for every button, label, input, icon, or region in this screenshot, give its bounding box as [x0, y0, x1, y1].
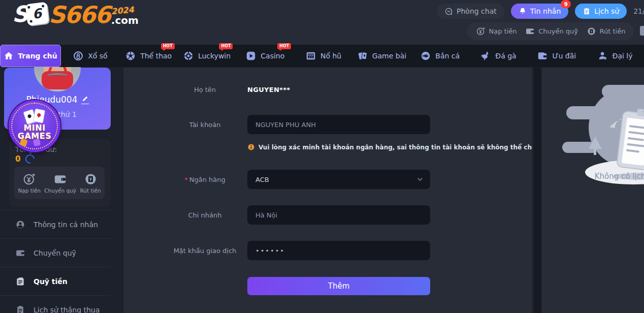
chat-room-button[interactable]: Phòng chat	[437, 4, 504, 19]
messages-count-badge: 9	[561, 0, 571, 8]
refresh-balance-icon[interactable]	[24, 152, 37, 165]
rooster-icon	[480, 50, 491, 61]
transfer-label: Chuyển quỹ	[538, 27, 578, 35]
clipped-edge-icon[interactable]	[640, 26, 644, 36]
quick-transfer-button[interactable]: Chuyển quỹ	[44, 172, 76, 194]
lottery-icon	[73, 50, 84, 61]
nav-item-label: Game bài	[372, 52, 406, 60]
nav-item-slots[interactable]: Nổ hũ	[294, 45, 352, 67]
header-actions: Phòng chat Tin nhắn 9 Lịch sử 21/05/202	[437, 4, 644, 19]
nav-item-cards[interactable]: Game bài	[352, 45, 411, 67]
coin-deposit-icon	[22, 172, 36, 186]
chip-icon	[183, 50, 194, 61]
chevron-down-icon	[416, 175, 424, 183]
messages-label: Tin nhắn	[530, 7, 561, 15]
verification-note: Vui lòng xác minh tài khoản ngân hàng, s…	[247, 143, 532, 151]
branch-label: Chi nhánh	[163, 211, 247, 219]
withdraw-label: Rút tiền	[600, 27, 626, 35]
nav-item-home[interactable]: Trang chủ	[0, 45, 61, 67]
dice-icon	[20, 139, 28, 147]
nav-item-label: Ưu đãi	[552, 52, 576, 60]
nav-item-luckywin[interactable]: LuckywinHOT	[178, 45, 236, 67]
wallet-icon	[53, 172, 67, 186]
bell-icon	[519, 7, 527, 15]
sidebar-item-funds[interactable]: Quỹ tiền	[0, 267, 111, 295]
site-logo[interactable]: S 6 S666 2024 .com	[12, 3, 139, 25]
edit-username-icon[interactable]	[81, 95, 89, 104]
chat-room-label: Phòng chat	[457, 7, 497, 15]
home-icon	[4, 51, 14, 61]
quick-action-label: Chuyển quỹ	[44, 187, 76, 194]
account-input[interactable]	[247, 115, 430, 134]
nav-item-fishing[interactable]: Bắn cá	[411, 45, 469, 67]
quick-actions-card: Nạp tiềnChuyển quỹRút tiền	[14, 167, 105, 199]
hot-badge: HOT	[219, 43, 233, 49]
sidebar-menu: Thông tin cá nhânChuyển quỹQuỹ tiềnLịch …	[0, 210, 111, 313]
agent-icon	[597, 50, 608, 61]
bank-label: *Ngân hàng	[163, 176, 247, 183]
bank-select[interactable]: ACB	[247, 170, 430, 189]
bank-select-value: ACB	[255, 176, 269, 183]
nav-item-label: Xổ số	[88, 52, 107, 60]
nav-item-lottery[interactable]: Xổ số	[61, 45, 119, 67]
sidebar-item-transfer-funds[interactable]: Chuyển quỹ	[0, 238, 111, 267]
transfer-button[interactable]: Chuyển quỹ	[525, 26, 578, 36]
nav-item-promotions[interactable]: Ưu đãi	[527, 45, 586, 67]
sidebar-item-win-loss-history[interactable]: Lịch sử thắng thua	[0, 295, 111, 313]
nav-item-label: Bắn cá	[435, 52, 460, 60]
withdraw-button[interactable]: Rút tiền	[587, 26, 626, 36]
hot-badge: HOT	[161, 43, 175, 49]
wallet-icon	[15, 248, 25, 258]
transaction-password-input[interactable]	[247, 241, 430, 260]
clipboard-icon	[583, 7, 591, 15]
messages-button[interactable]: Tin nhắn 9	[511, 4, 569, 19]
logo-tld: .com	[111, 15, 139, 25]
casino-icon	[245, 50, 256, 61]
info-icon	[247, 143, 255, 151]
history-icon	[15, 305, 25, 313]
dice-icon: 6	[25, 2, 49, 26]
playing-cards-icon	[21, 112, 48, 123]
mini-games-badge[interactable]: MINI GAMES	[9, 100, 60, 152]
fullname-value: NGUYEN***	[247, 86, 290, 93]
dice-icon	[33, 139, 41, 146]
nav-item-agent[interactable]: Đại lý	[586, 45, 644, 67]
nav-item-cockfight[interactable]: Đá gà	[469, 45, 528, 67]
user-icon	[15, 220, 25, 230]
branch-input[interactable]	[247, 205, 430, 225]
nav-item-label: Đại lý	[613, 52, 633, 60]
required-mark: *	[184, 176, 188, 183]
fullname-label: Họ tên	[163, 86, 247, 93]
quick-action-label: Rút tiền	[80, 187, 101, 194]
deposit-button[interactable]: Nạp tiền	[476, 26, 517, 36]
coin-deposit-icon	[476, 26, 486, 36]
atm-withdraw-icon	[84, 172, 98, 186]
slots-icon	[305, 50, 316, 61]
nav-item-label: Thể thao	[140, 52, 172, 60]
history-button[interactable]: Lịch sử	[575, 4, 627, 19]
sidebar-item-label: Chuyển quỹ	[34, 249, 76, 257]
add-bank-button[interactable]: Thêm	[247, 277, 430, 295]
sidebar-item-label: Lịch sử thắng thua	[34, 306, 100, 313]
hot-badge: HOT	[277, 43, 291, 49]
bank-account-form-panel: Họ tên NGUYEN*** Tài khoản Vui lòng xác …	[123, 68, 532, 313]
nav-item-sports[interactable]: Thể thaoHOT	[119, 45, 178, 67]
sidebar-item-personal-info[interactable]: Thông tin cá nhân	[0, 210, 111, 238]
fish-icon	[420, 50, 431, 61]
main-navigation: Trang chủXổ sốThể thaoHOTLuckywinHOTCasi…	[0, 45, 644, 67]
cards-icon	[357, 50, 368, 61]
transaction-password-label: Mật khẩu giao dịch	[163, 247, 247, 255]
history-label: Lịch sử	[594, 7, 619, 15]
nav-item-label: Luckywin	[198, 52, 231, 60]
sidebar-item-label: Quỹ tiền	[34, 277, 68, 286]
quick-deposit-button[interactable]: Nạp tiền	[18, 172, 40, 194]
quick-action-label: Nạp tiền	[18, 187, 40, 194]
quick-withdraw-button[interactable]: Rút tiền	[80, 172, 101, 194]
logo-year: 2024	[111, 5, 134, 16]
history-panel: Không có lịch sử	[542, 68, 644, 313]
empty-history-text: Không có lịch sử	[542, 172, 644, 181]
nav-item-casino[interactable]: CasinoHOT	[236, 45, 294, 67]
wallet-icon	[525, 26, 535, 36]
logo-brand: S666	[49, 5, 110, 25]
balance-value: 0	[15, 154, 20, 164]
